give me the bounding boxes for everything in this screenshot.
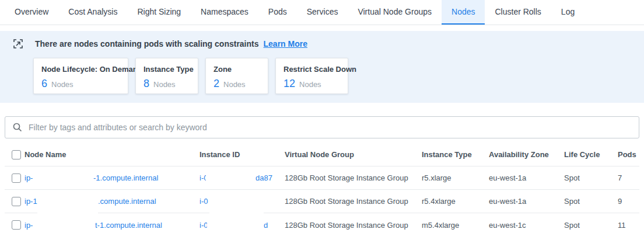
pods-cell: 11 xyxy=(618,221,639,230)
instance-id-link[interactable]: i-0 xyxy=(200,190,285,213)
vng-cell: 128Gb Root Storage Instance Group xyxy=(285,197,422,206)
life-cycle-cell: Spot xyxy=(564,221,618,230)
redaction-box xyxy=(34,216,95,234)
nodes-table: Node Name Instance ID Virtual Node Group… xyxy=(5,143,639,236)
search-icon xyxy=(12,122,23,133)
card-title: Zone xyxy=(214,65,260,74)
row-checkbox[interactable] xyxy=(12,173,21,183)
tab-namespaces[interactable]: Namespaces xyxy=(191,0,258,25)
availability-zone-cell: eu-west-1a xyxy=(489,173,564,182)
select-all-checkbox[interactable] xyxy=(12,150,21,159)
card-count: 12 xyxy=(284,78,295,90)
col-life-cycle: Life Cycle xyxy=(564,150,618,159)
table-row: ip- -1.compute.internal i-0 da87 128Gb R… xyxy=(5,166,639,190)
card-count: 6 xyxy=(41,78,47,90)
instance-id-link[interactable]: i-0 da87 xyxy=(200,166,285,189)
tab-virtual-node-groups[interactable]: Virtual Node Groups xyxy=(348,0,442,25)
card-count: 8 xyxy=(144,78,149,90)
tab-cluster-rolls[interactable]: Cluster Rolls xyxy=(485,0,551,25)
redaction-box xyxy=(207,216,264,234)
card-unit: Nodes xyxy=(223,80,246,89)
tab-services[interactable]: Services xyxy=(297,0,348,25)
tab-pods[interactable]: Pods xyxy=(258,0,297,25)
card-title: Instance Type xyxy=(144,65,190,74)
col-instance-type: Instance Type xyxy=(422,150,489,159)
row-checkbox[interactable] xyxy=(12,220,21,230)
life-cycle-cell: Spot xyxy=(564,173,618,182)
card-instance-type[interactable]: Instance Type 8 Nodes xyxy=(135,58,198,94)
tab-log[interactable]: Log xyxy=(551,0,584,25)
banner-message: There are nodes containing pods with sca… xyxy=(35,39,259,48)
card-count: 2 xyxy=(214,78,219,90)
pods-cell: 9 xyxy=(618,197,639,206)
card-unit: Nodes xyxy=(153,80,176,89)
instance-type-cell: m5.4xlarge xyxy=(422,221,489,230)
col-pods: Pods xyxy=(618,150,639,159)
card-zone[interactable]: Zone 2 Nodes xyxy=(205,58,268,94)
card-unit: Nodes xyxy=(51,80,74,89)
vng-cell: 128Gb Root Storage Instance Group xyxy=(285,221,422,230)
pods-cell: 7 xyxy=(618,173,639,182)
row-checkbox[interactable] xyxy=(12,197,21,206)
tab-bar: Overview Cost Analysis Right Sizing Name… xyxy=(0,0,644,25)
instance-id-link[interactable]: i-0 d xyxy=(200,213,285,236)
vng-cell: 128Gb Root Storage Instance Group xyxy=(285,173,422,182)
tab-nodes[interactable]: Nodes xyxy=(442,0,485,25)
redaction-box xyxy=(206,169,256,187)
redaction-box xyxy=(37,193,98,214)
instance-type-cell: r5.xlarge xyxy=(422,173,489,182)
tab-right-sizing[interactable]: Right Sizing xyxy=(127,0,191,25)
col-virtual-node-group: Virtual Node Group xyxy=(285,150,422,159)
learn-more-link[interactable]: Learn More xyxy=(264,39,307,48)
node-name-link[interactable]: ip-1 .compute.internal xyxy=(24,190,200,213)
table-row: ip- t-1.compute.internal i-0 d 128Gb Roo… xyxy=(5,213,639,236)
col-availability-zone: Availability Zone xyxy=(489,150,564,159)
node-name-link[interactable]: ip- t-1.compute.internal xyxy=(24,213,200,236)
card-node-lifecycle[interactable]: Node Lifecycle: On Demand 6 Nodes xyxy=(33,58,128,94)
scale-constraint-icon xyxy=(13,39,23,49)
table-header-row: Node Name Instance ID Virtual Node Group… xyxy=(5,143,639,166)
tab-overview[interactable]: Overview xyxy=(5,0,58,25)
instance-type-cell: r5.4xlarge xyxy=(422,197,489,206)
availability-zone-cell: eu-west-1a xyxy=(489,197,564,206)
card-title: Node Lifecycle: On Demand xyxy=(41,65,120,74)
col-instance-id: Instance ID xyxy=(200,150,285,159)
card-unit: Nodes xyxy=(299,80,321,89)
node-name-link[interactable]: ip- -1.compute.internal xyxy=(24,166,200,189)
life-cycle-cell: Spot xyxy=(564,197,618,206)
redaction-box xyxy=(34,169,93,187)
filter-search-bar xyxy=(5,116,639,138)
tab-cost-analysis[interactable]: Cost Analysis xyxy=(58,0,127,25)
scaling-constraints-banner: There are nodes containing pods with sca… xyxy=(0,31,644,103)
availability-zone-cell: eu-west-1c xyxy=(489,221,564,230)
search-input[interactable] xyxy=(29,123,632,132)
card-title: Restrict Scale Down xyxy=(284,65,340,74)
card-restrict-scale-down[interactable]: Restrict Scale Down 12 Nodes xyxy=(275,58,348,94)
constraint-cards: Node Lifecycle: On Demand 6 Nodes Instan… xyxy=(33,58,644,94)
redaction-box xyxy=(209,193,264,214)
table-row: ip-1 .compute.internal i-0 128Gb Root St… xyxy=(5,190,639,213)
col-node-name: Node Name xyxy=(24,150,200,159)
